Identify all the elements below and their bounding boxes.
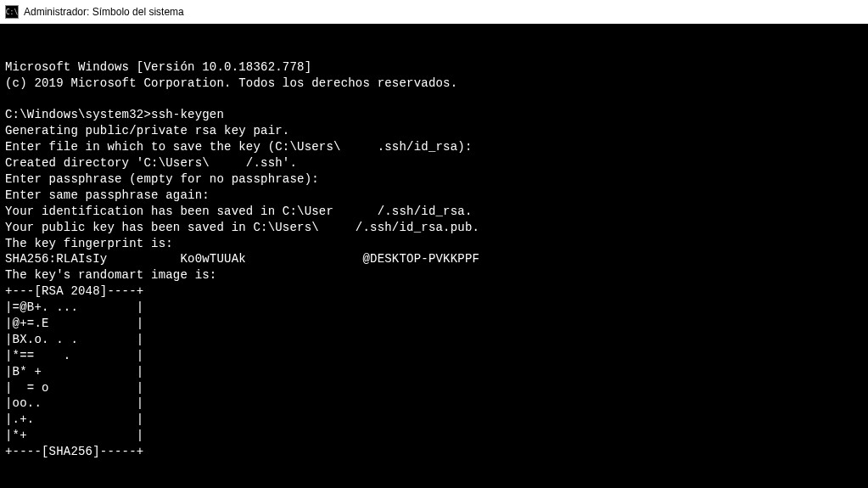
- window-title-bar[interactable]: C:\ Administrador: Símbolo del sistema: [0, 0, 868, 24]
- terminal-line: Microsoft Windows [Versión 10.0.18362.77…: [5, 59, 863, 76]
- terminal-line: [5, 92, 863, 108]
- terminal-line: Your identification has been saved in C:…: [5, 204, 863, 220]
- terminal-line: [5, 460, 863, 476]
- terminal-line: |B* + |: [5, 364, 863, 380]
- terminal-line: +----[SHA256]-----+: [5, 444, 863, 460]
- cmd-icon: C:\: [5, 5, 19, 19]
- terminal-line: The key fingerprint is:: [5, 236, 863, 252]
- terminal-line: |*== . |: [5, 348, 863, 364]
- terminal-line: Generating public/private rsa key pair.: [5, 123, 863, 139]
- terminal-line: Enter passphrase (empty for no passphras…: [5, 171, 863, 188]
- terminal-line: |.+. |: [5, 412, 863, 428]
- terminal-line: |*+ |: [5, 428, 863, 444]
- terminal-line: +---[RSA 2048]----+: [5, 283, 863, 300]
- terminal-line: |=@B+. ... |: [5, 300, 863, 316]
- terminal-line: |oo.. |: [5, 395, 863, 412]
- terminal-line: The key's randomart image is:: [5, 267, 863, 283]
- terminal-line: |@+=.E |: [5, 316, 863, 332]
- terminal-line: | = o |: [5, 380, 863, 396]
- terminal-line: Created directory 'C:\Users\ /.ssh'.: [5, 155, 863, 171]
- terminal-line: Enter same passphrase again:: [5, 188, 863, 204]
- terminal-line: |BX.o. . . |: [5, 332, 863, 348]
- terminal-line: C:\Windows\system32>ssh-keygen: [5, 107, 863, 123]
- terminal-lines: Microsoft Windows [Versión 10.0.18362.77…: [5, 59, 863, 476]
- terminal-line: SHA256:RLAIsIy Ko0wTUUAk @DESKTOP-PVKKPP…: [5, 251, 863, 267]
- terminal-output[interactable]: Microsoft Windows [Versión 10.0.18362.77…: [0, 24, 868, 488]
- terminal-line: (c) 2019 Microsoft Corporation. Todos lo…: [5, 76, 863, 92]
- window-title: Administrador: Símbolo del sistema: [24, 6, 184, 18]
- terminal-line: Enter file in which to save the key (C:\…: [5, 139, 863, 155]
- terminal-line: Your public key has been saved in C:\Use…: [5, 220, 863, 236]
